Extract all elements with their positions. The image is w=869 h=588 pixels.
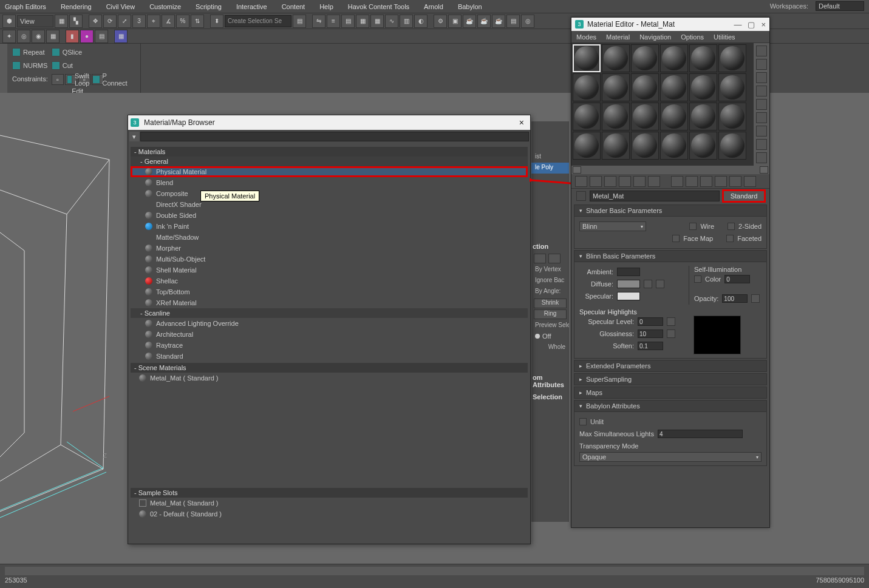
workspaces-dropdown[interactable]: Default [816,1,864,11]
sample-slot-16[interactable] [660,103,688,130]
slot-02-default[interactable]: 02 - Default ( Standard ) [131,509,528,519]
menu-help[interactable]: Help [319,3,333,10]
sample-slot-24[interactable] [718,132,746,160]
sample-slot-14[interactable] [602,103,630,130]
sample-slot-6[interactable] [718,44,746,72]
slot-metal-mat[interactable]: Metal_Mat ( Standard ) [131,498,528,509]
sample-slot-11[interactable] [689,73,717,101]
selection-rollout-hdr[interactable]: ction [531,240,569,252]
tb-render-setup-icon[interactable]: ⚙ [434,15,447,28]
opacity-spinner[interactable]: 100 [722,294,748,303]
timeline-track[interactable] [5,567,864,575]
selection-hdr-2[interactable]: Selection [531,391,569,403]
tb2-5[interactable]: ▮ [66,30,79,43]
material-standard[interactable]: Standard [131,351,528,362]
sample-slot-17[interactable] [689,103,717,130]
selection-set-dropdown[interactable]: Create Selection Se [225,15,291,27]
sample-uv-button[interactable] [756,86,767,96]
tb-teapot-icon[interactable]: ☕ [463,15,476,28]
subobj-edge-icon[interactable] [548,254,561,263]
editable-poly-item[interactable]: le Poly [531,163,569,174]
tb-align-icon[interactable]: ≡ [327,15,340,28]
tb-move-icon[interactable]: ✥ [89,15,102,28]
ignore-backfacing-check[interactable]: Ignore Bac [531,275,569,286]
sample-type-button[interactable] [756,46,767,56]
mapbrowser-titlebar[interactable]: 3 Material/Map Browser × [128,115,530,130]
specular-level-spinner[interactable]: 0 [638,317,663,326]
make-unique-button[interactable] [648,176,660,187]
sample-slot-2[interactable] [602,44,630,72]
ribbon-nurms-button[interactable]: NURMS [12,59,48,72]
two-sided-check[interactable] [728,223,735,230]
subobj-vertex-icon[interactable] [534,254,546,263]
sample-slot-15[interactable] [631,103,659,130]
tb-scale-icon[interactable]: ⤢ [118,15,131,28]
shrink-button[interactable]: Shrink [534,299,567,308]
tb-teapot3-icon[interactable]: ☕ [492,15,505,28]
mateditor-minimize-button[interactable]: — [734,20,741,29]
faceted-check[interactable] [726,235,734,242]
sample-slot-12[interactable] [718,73,746,101]
by-angle-check[interactable]: By Angle: [531,286,569,297]
tb2-4[interactable]: ▦ [46,30,60,43]
tb-7[interactable]: ⬍ [210,15,223,28]
ribbon-qslice-button[interactable]: QSlice [52,46,104,58]
go-parent-button[interactable] [729,176,741,187]
wire-check[interactable] [689,223,697,230]
rollout-blinn-basic[interactable]: ▾Blinn Basic Parameters [574,250,767,262]
material-type-button[interactable]: Standard [723,191,765,201]
tb-anglesnap-icon[interactable]: ∡ [162,15,175,28]
sample-slot-4[interactable] [660,44,688,72]
menu-customize[interactable]: Customize [149,3,181,10]
menu-graph-editors[interactable]: Graph Editors [5,3,46,10]
tb-teapot2-icon[interactable]: ☕ [477,15,491,28]
shader-type-dropdown[interactable]: Blinn [579,221,646,231]
mateditor-titlebar[interactable]: 3 Material Editor - Metal_Mat — ▢ × [571,18,769,31]
mateditor-maximize-button[interactable]: ▢ [748,20,755,29]
transparency-mode-dropdown[interactable]: Opaque [579,452,762,462]
tb-spinner-icon[interactable]: ⇅ [191,15,204,28]
background-button[interactable] [756,72,767,83]
opacity-map-button[interactable] [751,294,760,303]
sample-slot-5[interactable] [689,44,717,72]
sample-slot-9[interactable] [631,73,659,101]
selfil-color-check[interactable] [694,275,701,283]
scene-material-metal-mat[interactable]: Metal_Mat ( Standard ) [131,373,528,384]
glossiness-spinner[interactable]: 10 [638,329,663,338]
assign-material-button[interactable] [604,176,616,187]
material-shell[interactable]: Shell Material [131,265,528,275]
mapbrowser-search-input[interactable] [140,132,529,141]
put-to-library-button[interactable] [671,176,683,187]
speclevel-map-button[interactable] [667,317,675,326]
ribbon-swiftloop-button[interactable]: Swift Loop [67,73,92,86]
diffuse-map-button[interactable] [644,280,652,288]
tb-btn-2[interactable]: ▚ [69,15,83,28]
tb2-7[interactable]: ▤ [95,30,108,43]
material-id-button[interactable] [686,176,698,187]
material-directx-shader[interactable]: DirectX Shader [131,199,528,210]
sample-slot-20[interactable] [602,132,630,160]
tb-8[interactable]: ▤ [293,15,306,28]
rollout-shader-basic[interactable]: ▾Shader Basic Parameters [574,204,767,217]
ambient-diffuse-lock-icon[interactable] [656,280,664,288]
tb-10[interactable]: ▦ [356,15,369,28]
ribbon-cut-button[interactable]: Cut [52,59,104,72]
mapbrowser-close-button[interactable]: × [516,118,528,127]
scroll-right-button[interactable] [760,166,768,174]
view-dropdown[interactable]: View [17,15,53,27]
ring-button[interactable]: Ring [534,309,567,319]
menu-rendering[interactable]: Rendering [61,3,92,10]
material-ink-n-paint[interactable]: Ink 'n Paint [131,221,528,232]
go-sibling-button[interactable] [744,176,756,187]
scroll-left-button[interactable] [573,166,581,174]
material-multi-sub-object[interactable]: Multi/Sub-Object [131,254,528,265]
menu-havok[interactable]: Havok Content Tools [348,3,409,10]
face-map-check[interactable] [672,235,680,242]
preview-off-radio[interactable]: Off [542,333,551,340]
video-check-button[interactable] [756,99,767,110]
menu-arnold[interactable]: Arnold [424,3,443,10]
tb-19[interactable]: ◎ [521,15,534,28]
rollout-babylon-attributes[interactable]: ▾Babylon Attributes [574,400,767,412]
material-xref[interactable]: XRef Material [131,297,528,308]
material-double-sided[interactable]: Double Sided [131,210,528,221]
